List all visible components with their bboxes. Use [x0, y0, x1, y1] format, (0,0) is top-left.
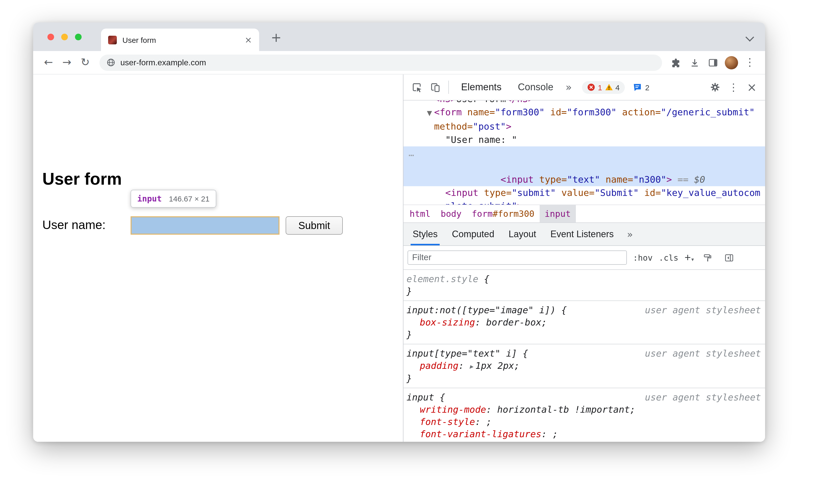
dom-row-gutter-ellipsis[interactable]: … [409, 146, 414, 160]
breadcrumb-body[interactable]: body [436, 205, 467, 222]
code-token: == [672, 174, 694, 185]
tab-console[interactable]: Console [510, 75, 561, 100]
username-input[interactable] [130, 216, 280, 235]
code-token: "form300" [567, 107, 617, 117]
error-count: 1 [598, 83, 602, 92]
dom-line-form-attrs[interactable]: method="post"> [403, 120, 765, 133]
toolbar-divider [448, 81, 449, 94]
plus-icon: + [685, 251, 691, 264]
address-bar[interactable]: user-form.example.com [99, 54, 662, 71]
styles-filter-bar: :hov .cls + ▾ [403, 246, 765, 270]
tab-layout[interactable]: Layout [501, 223, 543, 245]
devtools-menu-button[interactable]: ⋮ [724, 78, 743, 96]
tab-search-chevron-icon[interactable] [745, 33, 754, 41]
breadcrumb-form[interactable]: form#form300 [467, 205, 540, 222]
warning-count: 4 [615, 83, 620, 92]
code-token: <input [445, 187, 479, 198]
username-label: User name: [42, 218, 106, 232]
style-property[interactable]: font-style: ; [407, 416, 761, 428]
rendering-emulation-icon[interactable] [700, 250, 715, 265]
breadcrumb-input[interactable]: input [540, 205, 576, 222]
code-token: User form [456, 100, 506, 104]
selector-text: input:not([type="image" i]) { [407, 305, 567, 315]
breadcrumb-html[interactable]: html [405, 205, 436, 222]
new-tab-button[interactable]: + [271, 31, 282, 44]
tab-title: User form [122, 35, 156, 44]
forward-button[interactable]: → [58, 53, 76, 72]
console-status-badges[interactable]: 1 4 [582, 81, 625, 94]
browser-menu-button[interactable]: ⋮ [741, 53, 759, 72]
web-page: User form input 146.67 × 21 User name: S… [33, 75, 403, 442]
code-token: "text" [567, 174, 600, 185]
minimize-window-button[interactable] [61, 34, 68, 40]
devtools-close-button[interactable]: × [743, 78, 761, 96]
extensions-button[interactable] [667, 53, 686, 72]
tab-event-listeners[interactable]: Event Listeners [543, 223, 621, 245]
issues-button[interactable]: 2 [633, 83, 649, 92]
code-token: <h3> [434, 100, 456, 104]
style-selector-line[interactable]: element.style { [407, 273, 761, 285]
code-token: name= [600, 174, 633, 185]
code-token: "post" [473, 121, 506, 132]
site-info-globe-icon [107, 58, 115, 67]
stylesheet-origin: user agent stylesheet [645, 347, 761, 360]
open-brace: { [479, 274, 489, 284]
close-brace: } [407, 285, 761, 297]
style-selector-line[interactable]: user agent stylesheetinput { [407, 391, 761, 404]
dom-line-input-submit-2[interactable]: plete_submit"> [403, 199, 765, 205]
stylesheet-origin: user agent stylesheet [645, 391, 761, 404]
downloads-button[interactable] [686, 53, 704, 72]
browser-tab[interactable]: User form × [101, 28, 259, 51]
code-token: #form300 [493, 209, 534, 219]
dom-line-h3-clipped[interactable]: <h3>User form</h3> [403, 100, 765, 106]
close-window-button[interactable] [47, 34, 54, 40]
code-token: method= [434, 121, 473, 132]
reload-button[interactable]: ↻ [76, 53, 94, 72]
back-button[interactable]: ← [39, 53, 58, 72]
dom-line-input-text-selected[interactable]: … <input type="text" name="n300"> == $0 [403, 146, 765, 186]
more-panes-button[interactable]: » [621, 223, 639, 245]
style-property[interactable]: font-variant-caps: ; [407, 440, 761, 442]
new-style-rule-button[interactable]: + ▾ [685, 251, 694, 264]
code-token: input [545, 209, 571, 219]
code-token: id= [639, 187, 661, 198]
toggle-class-button[interactable]: .cls [659, 253, 679, 263]
dom-line-input-submit-1[interactable]: <input type="submit" value="Submit" id="… [403, 186, 765, 199]
style-rule-input: user agent stylesheetinput { writing-mod… [403, 388, 765, 442]
code-token: "/generic_submit" [661, 107, 755, 117]
issues-count: 2 [645, 83, 649, 92]
dom-line-form-open[interactable]: ▼ <form name="form300" id="form300" acti… [403, 106, 765, 120]
code-token: value= [556, 187, 595, 198]
zoom-window-button[interactable] [75, 34, 82, 40]
dom-line-text-node[interactable]: "User name: " [403, 133, 765, 146]
device-toolbar-button[interactable] [426, 78, 444, 96]
style-selector-line[interactable]: user agent stylesheetinput:not([type="im… [407, 304, 761, 316]
style-property[interactable]: writing-mode: horizontal-tb !important; [407, 404, 761, 416]
close-tab-icon[interactable]: × [245, 35, 252, 44]
styles-filter-input[interactable] [408, 250, 627, 265]
stylesheet-origin: user agent stylesheet [645, 304, 761, 316]
selector-text: input { [407, 392, 445, 402]
style-property[interactable]: padding: ▸ 1px 2px; [407, 360, 761, 372]
settings-gear-icon[interactable] [706, 78, 724, 96]
submit-button[interactable]: Submit [286, 216, 343, 235]
tab-computed[interactable]: Computed [445, 223, 501, 245]
style-property[interactable]: box-sizing: border-box; [407, 316, 761, 328]
inspect-element-button[interactable] [408, 78, 426, 96]
style-selector-line[interactable]: user agent stylesheetinput[type="text" i… [407, 347, 761, 360]
toggle-sidebar-icon[interactable] [721, 250, 737, 265]
code-token: id= [545, 107, 567, 117]
style-rule-element-style: element.style { } [403, 270, 765, 301]
code-token: html [410, 209, 430, 219]
side-panel-button[interactable] [704, 53, 722, 72]
code-token: $0 [694, 174, 705, 185]
profile-avatar[interactable] [722, 53, 741, 72]
expand-value-icon[interactable]: ▸ [470, 362, 476, 370]
style-property[interactable]: font-variant-ligatures: ; [407, 428, 761, 440]
tab-styles[interactable]: Styles [406, 223, 445, 245]
more-tabs-button[interactable]: » [561, 81, 576, 93]
toggle-hover-state-button[interactable]: :hov [633, 253, 653, 263]
tab-strip: User form × + [33, 22, 765, 51]
url-text: user-form.example.com [120, 58, 206, 67]
tab-elements[interactable]: Elements [453, 75, 510, 100]
